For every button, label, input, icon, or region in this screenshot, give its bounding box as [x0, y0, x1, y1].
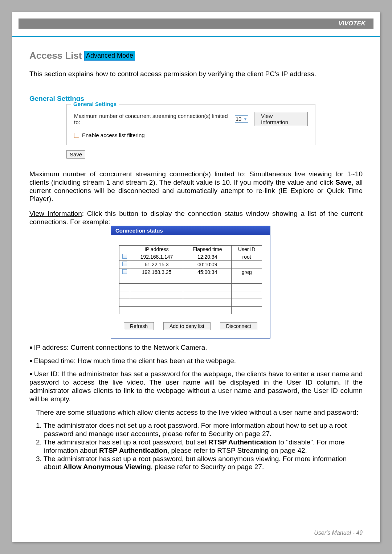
add-to-deny-list-button[interactable]: Add to deny list: [163, 322, 211, 330]
col-ip: IP address: [130, 245, 183, 253]
row-checkbox[interactable]: [122, 262, 127, 266]
table-row: 192.168.1.147 12:20:34 root: [119, 253, 262, 260]
table-header-row: IP address Elapsed time User ID: [119, 245, 262, 253]
advanced-mode-badge: Advanced Mode: [84, 51, 135, 61]
table-row: [119, 283, 262, 291]
row-checkbox[interactable]: [122, 254, 127, 259]
view-information-button[interactable]: View Information: [254, 112, 308, 126]
refresh-button[interactable]: Refresh: [124, 322, 154, 330]
table-row: [119, 276, 262, 283]
intro-text: This section explains how to control acc…: [29, 70, 363, 78]
max-conn-select[interactable]: 10 ▼: [235, 115, 248, 123]
save-button[interactable]: Save: [66, 150, 85, 159]
bullet-ip: ■ IP address: Current connections to the…: [29, 344, 363, 352]
situations-intro: There are some situations which allow cl…: [29, 409, 363, 417]
situations-list: 1. The administrator does not set up a r…: [29, 422, 363, 471]
chevron-down-icon: ▼: [244, 117, 247, 121]
enable-filter-label: Enable access list filtering: [82, 132, 145, 138]
brand-text: VIVOTEK: [338, 20, 366, 27]
connection-status-title: Connection status: [111, 226, 270, 235]
connection-status-panel: Connection status IP address Elapsed tim…: [111, 226, 270, 338]
divider: [12, 36, 380, 37]
page-title: Access List: [29, 50, 82, 61]
table-row: 61.22.15.3 00:10:09: [119, 260, 262, 268]
max-conn-label: Maximum number of concurrent streaming c…: [74, 113, 233, 125]
col-elapsed: Elapsed time: [183, 245, 232, 253]
view-info-paragraph: View Information: Click this button to d…: [29, 210, 363, 226]
page-footer: User's Manual - 49: [314, 530, 363, 536]
max-conn-paragraph: Maximum number of concurrent streaming c…: [29, 170, 363, 203]
row-checkbox[interactable]: [122, 269, 127, 274]
title-row: Access List Advanced Mode: [29, 50, 363, 61]
bullet-elapsed: ■ Elapsed time: How much time the client…: [29, 357, 363, 365]
disconnect-button[interactable]: Disconnect: [220, 322, 257, 330]
brand-bar: VIVOTEK: [19, 19, 373, 29]
page-number: 49: [356, 530, 363, 536]
max-conn-value: 10: [236, 116, 242, 122]
col-checkbox: [119, 245, 130, 253]
connection-table: IP address Elapsed time User ID 192.168.…: [119, 245, 262, 314]
table-row: [119, 306, 262, 314]
enable-filter-checkbox[interactable]: [74, 133, 79, 138]
bullet-userid: ■ User ID: If the administrator has set …: [29, 370, 363, 403]
table-row: 192.168.3.25 45:00:34 greg: [119, 268, 262, 276]
table-row: [119, 291, 262, 299]
table-row: [119, 299, 262, 306]
col-userid: User ID: [232, 245, 262, 253]
fieldset-legend: General Settings: [71, 101, 119, 107]
general-settings-fieldset: General Settings Maximum number of concu…: [66, 104, 315, 145]
